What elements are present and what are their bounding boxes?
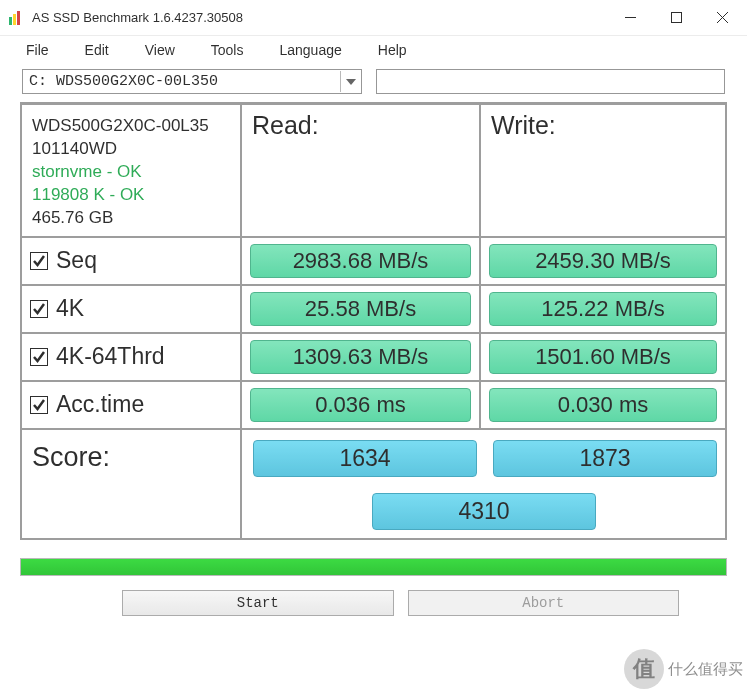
svg-rect-4 <box>671 13 681 23</box>
score-label: Score: <box>22 430 242 538</box>
start-button[interactable]: Start <box>122 590 394 616</box>
menu-help[interactable]: Help <box>378 42 407 58</box>
abort-button: Abort <box>408 590 680 616</box>
header-write: Write: <box>481 105 725 236</box>
score-write: 1873 <box>493 440 717 477</box>
svg-rect-2 <box>17 11 20 25</box>
menu-view[interactable]: View <box>145 42 175 58</box>
watermark-icon: 值 <box>624 649 664 689</box>
results-grid: WDS500G2X0C-00L35 101140WD stornvme - OK… <box>20 102 727 540</box>
4k-write-value: 125.22 MB/s <box>489 292 717 326</box>
label-4k64: 4K-64Thrd <box>56 343 165 370</box>
device-capacity: 465.76 GB <box>32 207 232 230</box>
menu-language[interactable]: Language <box>279 42 341 58</box>
device-serial: 101140WD <box>32 138 232 161</box>
watermark: 值 什么值得买 <box>624 649 743 689</box>
header-read: Read: <box>242 105 481 236</box>
progress-bar <box>20 558 727 576</box>
acc-read-value: 0.036 ms <box>250 388 471 422</box>
checkbox-acc[interactable] <box>30 396 48 414</box>
4k-read-value: 25.58 MB/s <box>250 292 471 326</box>
seq-read-value: 2983.68 MB/s <box>250 244 471 278</box>
drive-select[interactable]: C: WDS500G2X0C-00L350 <box>22 69 362 94</box>
menu-bar: File Edit View Tools Language Help <box>0 36 747 64</box>
label-seq: Seq <box>56 247 97 274</box>
svg-marker-7 <box>346 79 356 85</box>
label-acc: Acc.time <box>56 391 144 418</box>
4k64-read-value: 1309.63 MB/s <box>250 340 471 374</box>
seq-write-value: 2459.30 MB/s <box>489 244 717 278</box>
menu-tools[interactable]: Tools <box>211 42 244 58</box>
menu-file[interactable]: File <box>26 42 49 58</box>
score-read: 1634 <box>253 440 477 477</box>
device-info-cell: WDS500G2X0C-00L35 101140WD stornvme - OK… <box>22 105 242 236</box>
svg-rect-0 <box>9 17 12 25</box>
checkbox-4k[interactable] <box>30 300 48 318</box>
svg-rect-1 <box>13 14 16 25</box>
window-titlebar: AS SSD Benchmark 1.6.4237.30508 <box>0 0 747 36</box>
4k64-write-value: 1501.60 MB/s <box>489 340 717 374</box>
minimize-button[interactable] <box>607 2 653 34</box>
menu-edit[interactable]: Edit <box>85 42 109 58</box>
maximize-button[interactable] <box>653 2 699 34</box>
label-4k: 4K <box>56 295 84 322</box>
drive-select-value: C: WDS500G2X0C-00L350 <box>29 73 218 90</box>
chevron-down-icon <box>340 71 360 92</box>
acc-write-value: 0.030 ms <box>489 388 717 422</box>
watermark-text: 什么值得买 <box>668 660 743 679</box>
score-area: 1634 1873 4310 <box>242 430 725 538</box>
checkbox-4k64[interactable] <box>30 348 48 366</box>
window-title: AS SSD Benchmark 1.6.4237.30508 <box>32 10 607 25</box>
device-align: 119808 K - OK <box>32 184 232 207</box>
device-driver: stornvme - OK <box>32 161 232 184</box>
score-total: 4310 <box>372 493 596 530</box>
close-button[interactable] <box>699 2 745 34</box>
device-model: WDS500G2X0C-00L35 <box>32 115 232 138</box>
checkbox-seq[interactable] <box>30 252 48 270</box>
app-icon <box>8 10 24 26</box>
filter-input[interactable] <box>376 69 725 94</box>
